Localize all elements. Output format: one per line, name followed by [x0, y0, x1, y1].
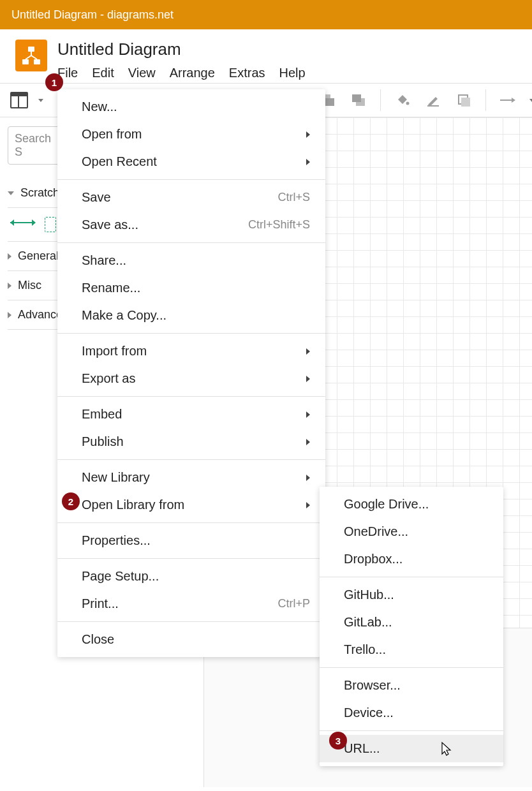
menu-item-save[interactable]: SaveCtrl+S [57, 184, 325, 211]
arrow-right-icon [500, 96, 515, 104]
menu-item-label: Dropbox... [344, 552, 403, 566]
menu-item-label: Print... [82, 596, 119, 611]
chevron-right-icon [306, 475, 310, 481]
menu-item-share[interactable]: Share... [57, 247, 325, 274]
menubar: File Edit View Arrange Extras Help [57, 62, 306, 80]
menu-item-label: Trello... [344, 642, 386, 657]
annotation-badge-3: 3 [329, 732, 347, 750]
menu-separator [57, 522, 325, 523]
submenu-item-device[interactable]: Device... [320, 699, 503, 727]
chevron-right-icon [306, 159, 310, 165]
submenu-item-github[interactable]: GitHub... [320, 581, 503, 609]
sidebar-advanced-label: Advance [18, 308, 63, 322]
menu-item-open-library-from[interactable]: Open Library from [57, 491, 325, 519]
menu-item-label: Properties... [82, 533, 151, 548]
menu-item-rename[interactable]: Rename... [57, 274, 325, 302]
submenu-item-trello[interactable]: Trello... [320, 636, 503, 663]
sidebar-general-label: General [18, 249, 59, 263]
chevron-right-icon [306, 439, 310, 445]
double-arrow-shape[interactable] [10, 217, 36, 228]
menu-item-label: Device... [344, 706, 394, 720]
menu-item-new[interactable]: New... [57, 93, 325, 121]
chevron-down-icon[interactable] [529, 99, 532, 102]
menu-item-new-library[interactable]: New Library [57, 464, 325, 491]
window-titlebar: Untitled Diagram - diagrams.net [0, 0, 532, 29]
submenu-item-dropbox[interactable]: Dropbox... [320, 545, 503, 573]
open-library-from-submenu: Google Drive... OneDrive... Dropbox... G… [320, 487, 503, 766]
chevron-down-icon[interactable] [38, 99, 43, 102]
menu-extras[interactable]: Extras [229, 66, 265, 80]
diagrams-net-icon [20, 44, 43, 67]
svg-rect-2 [34, 59, 40, 64]
menu-item-close[interactable]: Close [57, 626, 325, 653]
menu-item-publish[interactable]: Publish [57, 428, 325, 455]
menu-separator [57, 333, 325, 334]
menu-separator [320, 667, 503, 668]
chevron-right-icon [306, 376, 310, 382]
chevron-right-icon [306, 348, 310, 355]
menu-separator [57, 459, 325, 460]
submenu-item-onedrive[interactable]: OneDrive... [320, 518, 503, 545]
menu-item-label: Google Drive... [344, 497, 429, 512]
svg-rect-8 [427, 105, 439, 107]
menu-separator [57, 179, 325, 180]
menu-shortcut: Ctrl+S [277, 191, 310, 204]
fill-color-button[interactable] [394, 91, 411, 109]
menu-help[interactable]: Help [279, 66, 306, 80]
menu-item-label: Embed [82, 407, 122, 422]
menu-item-make-copy[interactable]: Make a Copy... [57, 302, 325, 329]
menu-item-page-setup[interactable]: Page Setup... [57, 563, 325, 590]
chevron-right-icon [306, 411, 310, 418]
menu-item-label: Open Recent [82, 154, 157, 169]
menu-item-label: GitLab... [344, 615, 392, 630]
menu-item-label: Publish [82, 434, 124, 449]
chevron-right-icon [306, 502, 310, 508]
svg-rect-0 [28, 47, 34, 52]
menu-item-save-as[interactable]: Save as...Ctrl+Shift+S [57, 211, 325, 239]
annotation-badge-1: 1 [45, 73, 63, 91]
menu-separator [57, 396, 325, 397]
layout-toggle-button[interactable] [10, 91, 28, 109]
annotation-badge-2: 2 [62, 492, 80, 510]
mouse-cursor-icon [440, 741, 454, 758]
menu-item-label: Open from [82, 127, 142, 142]
line-color-button[interactable] [424, 91, 442, 109]
menu-separator [57, 242, 325, 243]
submenu-item-google-drive[interactable]: Google Drive... [320, 491, 503, 518]
file-menu-dropdown: New... Open from Open Recent SaveCtrl+S … [57, 89, 325, 657]
menu-item-print[interactable]: Print...Ctrl+P [57, 590, 325, 617]
submenu-item-gitlab[interactable]: GitLab... [320, 609, 503, 636]
connection-style-button[interactable] [499, 91, 517, 109]
pencil-icon [426, 93, 440, 107]
menu-item-label: OneDrive... [344, 524, 408, 539]
menu-item-export-as[interactable]: Export as [57, 365, 325, 392]
menu-item-label: Export as [82, 371, 135, 386]
chevron-right-icon [8, 253, 11, 260]
menu-item-open-from[interactable]: Open from [57, 121, 325, 148]
document-title[interactable]: Untitled Diagram [57, 40, 306, 59]
menu-shortcut: Ctrl+P [277, 597, 310, 610]
dashed-box-shape[interactable] [45, 217, 56, 232]
menu-separator [320, 730, 503, 731]
menu-item-label: Open Library from [82, 498, 184, 512]
menu-arrange[interactable]: Arrange [170, 66, 215, 80]
menu-item-import-from[interactable]: Import from [57, 337, 325, 365]
menu-item-properties[interactable]: Properties... [57, 527, 325, 554]
shadow-button[interactable] [455, 91, 473, 109]
sidebar-misc-label: Misc [18, 279, 41, 292]
chevron-right-icon [8, 312, 11, 318]
app-logo[interactable] [15, 40, 47, 71]
svg-point-7 [406, 102, 410, 105]
menu-view[interactable]: View [128, 66, 156, 80]
menu-item-label: Import from [82, 344, 147, 359]
to-back-button[interactable] [350, 91, 367, 109]
menu-item-label: Browser... [344, 678, 401, 693]
submenu-item-url[interactable]: URL... [320, 735, 503, 762]
to-back-icon [351, 93, 366, 107]
menu-edit[interactable]: Edit [92, 66, 114, 80]
menu-item-label: GitHub... [344, 588, 394, 602]
menu-item-label: Share... [82, 253, 126, 268]
menu-item-open-recent[interactable]: Open Recent [57, 148, 325, 175]
menu-item-embed[interactable]: Embed [57, 401, 325, 428]
submenu-item-browser[interactable]: Browser... [320, 672, 503, 699]
